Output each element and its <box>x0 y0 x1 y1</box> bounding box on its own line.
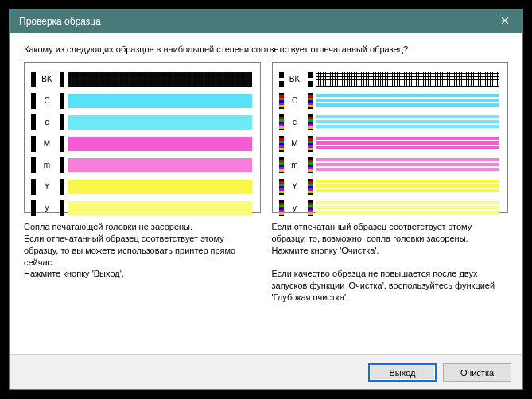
ink-row: y <box>279 198 500 218</box>
brick-icon <box>31 136 36 152</box>
ink-bar <box>316 180 500 194</box>
close-button[interactable] <box>487 10 522 33</box>
ink-row: Y <box>31 176 252 196</box>
pattern-panels: BK C c M <box>24 62 508 213</box>
ink-bar <box>68 72 252 87</box>
brick-icon <box>31 72 36 87</box>
ink-label: C <box>287 96 303 105</box>
ink-label: M <box>39 139 55 148</box>
ink-label: BK <box>39 75 55 83</box>
brick-icon <box>60 157 64 173</box>
content-area: Какому из следующих образцов в наибольше… <box>10 33 522 354</box>
ink-row: c <box>279 112 500 132</box>
ink-bar <box>68 115 252 130</box>
ink-row: BK <box>279 69 500 89</box>
ink-bar <box>316 115 500 130</box>
clean-button[interactable]: Очистка <box>443 363 511 382</box>
close-icon <box>501 16 509 27</box>
brick-icon <box>308 93 313 109</box>
ink-bar <box>68 158 252 172</box>
ink-row: C <box>279 91 500 110</box>
ink-row: y <box>31 198 252 218</box>
brick-icon <box>279 93 284 109</box>
exit-button[interactable]: Выход <box>368 363 437 382</box>
brick-icon <box>308 114 313 130</box>
brick-icon <box>60 114 64 130</box>
ink-label: M <box>287 139 303 148</box>
ink-bar <box>316 72 500 87</box>
ink-bar <box>68 94 252 108</box>
ink-row: m <box>31 155 252 175</box>
pattern-panel-bad[interactable]: BK C c M <box>272 62 509 213</box>
brick-icon <box>279 157 284 173</box>
ink-bar <box>68 201 252 215</box>
ink-bar <box>316 94 500 108</box>
brick-icon <box>31 200 36 216</box>
brick-icon <box>60 93 64 109</box>
bad-desc: Если отпечатанный образец соответствует … <box>272 221 509 304</box>
ink-label: Y <box>39 182 55 191</box>
dialog-window: Проверка образца Какому из следующих обр… <box>9 9 523 390</box>
ink-row: M <box>279 134 500 153</box>
ink-label: m <box>287 161 303 169</box>
window-title: Проверка образца <box>19 16 487 27</box>
ink-row: C <box>31 91 252 110</box>
brick-icon <box>279 200 284 216</box>
ink-label: y <box>287 203 303 212</box>
ink-label: Y <box>287 182 303 191</box>
ink-label: C <box>39 96 55 105</box>
brick-icon <box>60 136 64 152</box>
ink-bar <box>316 137 500 151</box>
ink-label: c <box>39 118 55 126</box>
brick-icon <box>60 179 64 195</box>
ink-bar <box>68 180 252 194</box>
brick-icon <box>60 200 64 216</box>
descriptions: Сопла печатающей головки не засорены. Ес… <box>24 221 508 304</box>
ink-row: c <box>31 112 252 132</box>
good-desc: Сопла печатающей головки не засорены. Ес… <box>24 221 261 304</box>
brick-icon <box>308 72 313 87</box>
pattern-panel-good[interactable]: BK C c M <box>24 62 261 213</box>
brick-icon <box>308 157 313 173</box>
ink-bar <box>68 137 252 151</box>
brick-icon <box>279 136 284 152</box>
ink-row: BK <box>31 69 252 89</box>
brick-icon <box>31 114 36 130</box>
ink-row: Y <box>279 176 500 196</box>
ink-label: c <box>287 118 303 126</box>
brick-icon <box>279 72 284 87</box>
brick-icon <box>60 72 64 87</box>
prompt-text: Какому из следующих образцов в наибольше… <box>24 45 508 54</box>
ink-bar <box>316 158 500 172</box>
brick-icon <box>308 179 313 195</box>
ink-row: m <box>279 155 500 175</box>
titlebar: Проверка образца <box>10 10 522 33</box>
button-bar: Выход Очистка <box>10 354 522 389</box>
brick-icon <box>31 157 36 173</box>
brick-icon <box>31 179 36 195</box>
brick-icon <box>308 200 313 216</box>
brick-icon <box>279 114 284 130</box>
ink-label: y <box>39 203 55 212</box>
ink-row: M <box>31 134 252 153</box>
ink-label: BK <box>287 75 303 83</box>
brick-icon <box>279 179 284 195</box>
brick-icon <box>308 136 313 152</box>
brick-icon <box>31 93 36 109</box>
ink-bar <box>316 201 500 215</box>
ink-label: m <box>39 161 55 169</box>
